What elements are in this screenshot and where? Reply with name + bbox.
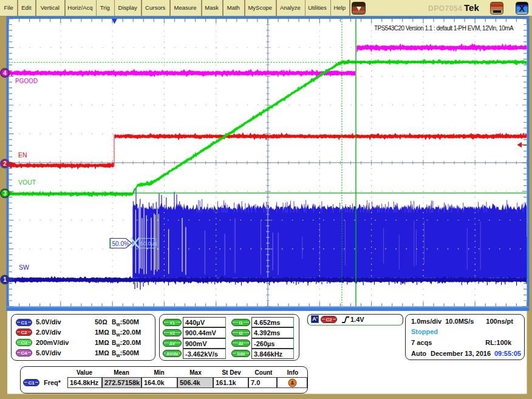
svg-text:3: 3 bbox=[3, 190, 7, 197]
svg-text:TPS543C20 Version 1.1 : defaul: TPS543C20 Version 1.1 : default 1-PH EVM… bbox=[374, 25, 514, 32]
svg-text:SW: SW bbox=[19, 264, 29, 271]
svg-text:VOUT: VOUT bbox=[18, 179, 36, 186]
svg-text:PGOOD: PGOOD bbox=[15, 78, 38, 84]
svg-text:EN: EN bbox=[18, 151, 27, 159]
svg-text:2: 2 bbox=[3, 160, 7, 167]
svg-text:50.0µs: 50.0µs bbox=[140, 240, 157, 247]
svg-text:4: 4 bbox=[3, 70, 7, 77]
svg-text:50.0%: 50.0% bbox=[112, 240, 129, 247]
svg-text:1: 1 bbox=[3, 276, 7, 283]
